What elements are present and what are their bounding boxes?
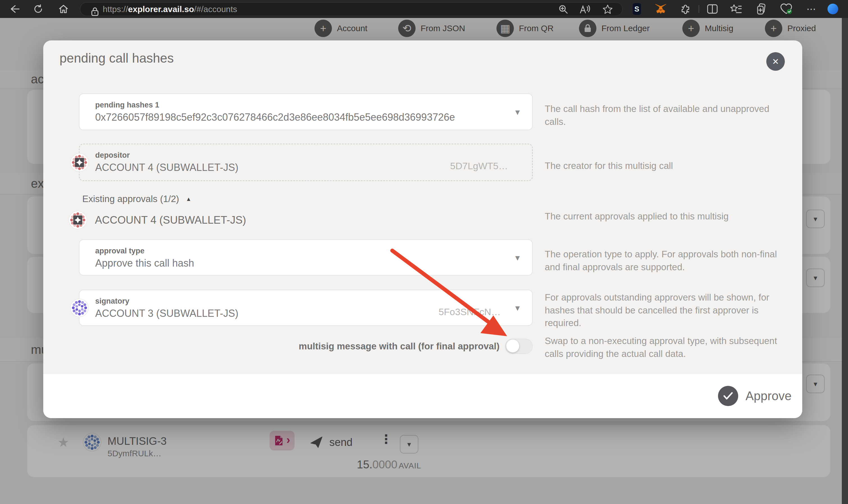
close-button[interactable]: ✕ xyxy=(766,52,785,71)
help-current-approvals: The current approvals applied to this mu… xyxy=(545,210,789,223)
depositor-field: depositor ACCOUNT 4 (SUBWALLET-JS) 5D7Lg… xyxy=(79,144,533,181)
multisig-message-toggle[interactable] xyxy=(505,339,533,354)
collections-icon[interactable] xyxy=(729,0,742,18)
extensions-puzzle-icon[interactable] xyxy=(679,0,692,18)
screen: https://explorer.avail.so/#/accounts S xyxy=(0,0,848,504)
signatory-address: 5Fo3SNFcN… xyxy=(439,306,501,318)
signatory-label: signatory xyxy=(95,297,129,306)
pending-hashes-select[interactable]: pending hashes 1 0x7266057f89198c5ef92c3… xyxy=(79,93,533,130)
pending-hashes-label: pending hashes 1 xyxy=(95,101,159,109)
approver-identicon xyxy=(69,211,87,229)
page-background: + Account ⟲ From JSON ▦ From QR From Led… xyxy=(0,18,848,504)
chevron-down-icon: ▾ xyxy=(515,303,520,313)
duplicate-tab-icon[interactable] xyxy=(755,0,768,18)
split-screen-icon[interactable] xyxy=(706,0,719,18)
signatory-value: ACCOUNT 3 (SUBWALLET-JS) xyxy=(95,308,238,319)
help-swap-approval: Swap to a non-executing approval type, w… xyxy=(545,335,789,360)
collapse-icon[interactable]: ▲ xyxy=(186,196,192,202)
read-aloud-icon[interactable] xyxy=(577,2,594,16)
address-bar[interactable]: https://explorer.avail.so/#/accounts xyxy=(80,2,622,16)
modal-title: pending call hashes xyxy=(59,51,174,66)
approve-button[interactable]: Approve xyxy=(718,386,792,406)
lock-icon xyxy=(89,2,101,20)
toggle-label: multisig message with call (for final ap… xyxy=(299,341,499,352)
final-approval-toggle-row: multisig message with call (for final ap… xyxy=(79,338,533,354)
approval-type-label: approval type xyxy=(95,247,145,255)
depositor-label: depositor xyxy=(95,151,130,160)
existing-approvals-label: Existing approvals (1/2) xyxy=(82,194,179,204)
window-edge xyxy=(842,18,848,504)
signatory-select[interactable]: signatory ACCOUNT 3 (SUBWALLET-JS) 5Fo3S… xyxy=(79,290,533,326)
refresh-icon[interactable] xyxy=(32,0,45,18)
help-operation-type: The operation type to apply. For approva… xyxy=(545,248,789,273)
chevron-down-icon: ▾ xyxy=(515,107,520,117)
toggle-knob xyxy=(506,340,519,353)
help-call-hash: The call hash from the list of available… xyxy=(545,103,789,128)
help-creator: The creator for this multisig call xyxy=(545,159,789,172)
favorite-star-icon[interactable] xyxy=(599,2,616,16)
depositor-value: ACCOUNT 4 (SUBWALLET-JS) xyxy=(95,162,238,174)
zoom-icon[interactable] xyxy=(555,2,572,16)
url-path: /#/accounts xyxy=(194,4,237,14)
url-text[interactable]: https://explorer.avail.so/#/accounts xyxy=(103,2,237,16)
copilot-icon[interactable] xyxy=(826,0,840,18)
metamask-extension-icon[interactable] xyxy=(654,0,667,18)
check-icon xyxy=(718,386,738,406)
signatory-identicon xyxy=(70,299,89,317)
existing-approvals-header[interactable]: Existing approvals (1/2) ▲ xyxy=(82,194,192,204)
approve-label: Approve xyxy=(745,389,792,403)
approval-type-value: Approve this call hash xyxy=(95,257,194,269)
modal-footer: Approve xyxy=(43,374,802,418)
pending-call-hashes-modal: pending call hashes ✕ pending hashes 1 0… xyxy=(43,40,802,418)
browser-toolbar: https://explorer.avail.so/#/accounts S xyxy=(0,0,848,18)
help-outstanding-approvers: For approvals outstanding approvers will… xyxy=(545,291,789,329)
approver-name: ACCOUNT 4 (SUBWALLET-JS) xyxy=(95,214,246,226)
chevron-down-icon: ▾ xyxy=(515,252,520,263)
approver-row: ACCOUNT 4 (SUBWALLET-JS) xyxy=(69,211,246,229)
browser-essentials-icon[interactable] xyxy=(779,0,793,18)
subwallet-extension-icon[interactable]: S xyxy=(631,0,643,18)
url-domain: explorer.avail.so xyxy=(128,4,194,14)
approval-type-select[interactable]: approval type Approve this call hash ▾ xyxy=(79,239,533,275)
depositor-identicon xyxy=(70,153,89,172)
toolbar-divider xyxy=(699,5,699,13)
pending-hashes-value: 0x7266057f89198c5ef92c3c076278466c2d3e86… xyxy=(95,111,455,123)
depositor-address: 5D7LgWT5… xyxy=(450,161,508,172)
back-icon[interactable] xyxy=(8,0,21,18)
home-icon[interactable] xyxy=(57,0,70,18)
settings-more-icon[interactable]: ⋯ xyxy=(805,0,818,18)
url-prefix: https:// xyxy=(103,4,128,14)
